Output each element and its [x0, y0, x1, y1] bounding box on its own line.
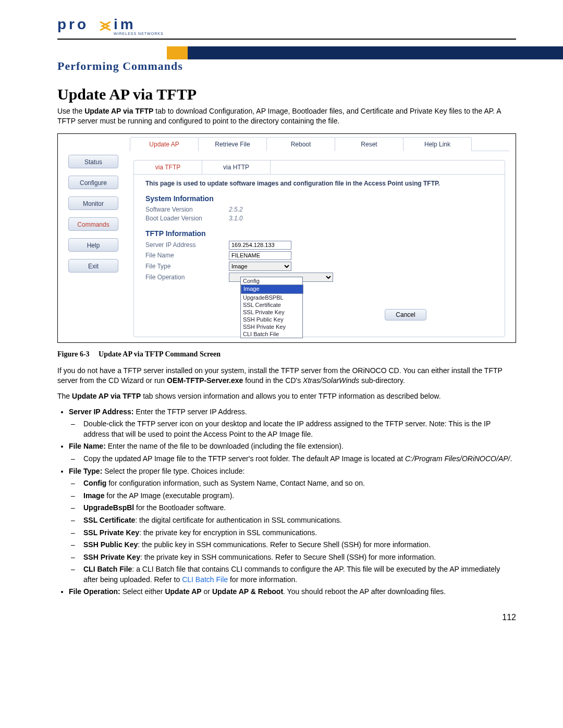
list-subitem: CLI Batch File: a CLI Batch file that co… [83, 564, 516, 585]
sidebar-item-status[interactable]: Status [68, 155, 118, 168]
list-item: Server IP Address: Enter the TFTP server… [69, 407, 516, 440]
file-name-label: File Name [145, 252, 229, 259]
file-type-select[interactable]: Image [229, 262, 291, 271]
list-subitem: Config for configuration information, su… [83, 478, 516, 489]
list-subitem: SSH Public Key: the public key in SSH co… [83, 540, 516, 550]
banner-stripe [188, 46, 563, 59]
system-info-heading: System Information [145, 194, 493, 203]
top-tab-row: Update APRetrieve FileRebootResetHelp Li… [130, 137, 509, 151]
dropdown-option[interactable]: UpgradeBSPBL [241, 294, 302, 301]
list-subitem: SSL Certificate: the digital certificate… [83, 515, 516, 526]
sidebar-item-help[interactable]: Help [68, 238, 118, 252]
brand-logo: pro im WIRELESS NETWORKS [57, 16, 516, 36]
tftp-info-heading: TFTP Information [145, 229, 493, 238]
dropdown-option[interactable]: CLI Batch File [241, 330, 302, 338]
svg-text:WIRELESS NETWORKS: WIRELESS NETWORKS [114, 32, 164, 35]
software-version-label: Software Version [145, 206, 229, 213]
tab-retrieve-file[interactable]: Retrieve File [198, 137, 267, 151]
dropdown-option[interactable]: SSH Public Key [241, 316, 302, 323]
svg-text:im: im [114, 16, 136, 32]
list-subitem: Image for the AP Image (executable progr… [83, 491, 516, 501]
server-ip-input[interactable] [229, 241, 291, 250]
software-version-value: 2.5.2 [229, 206, 243, 213]
sidebar-item-monitor[interactable]: Monitor [68, 196, 118, 210]
list-item: File Operation: Select either Update AP … [69, 587, 516, 597]
tab-help-link[interactable]: Help Link [403, 137, 472, 151]
cancel-button[interactable]: Cancel [385, 309, 426, 320]
figure-screenshot: StatusConfigureMonitorCommandsHelpExit U… [57, 133, 516, 343]
dropdown-option[interactable]: Config [241, 277, 302, 285]
sidebar: StatusConfigureMonitorCommandsHelpExit [68, 155, 118, 280]
list-subitem: SSH Private Key: the private key in SSH … [83, 552, 516, 563]
file-type-dropdown[interactable]: ConfigImageUpgradeBSPBLSSL CertificateSS… [240, 277, 303, 338]
sidebar-item-configure[interactable]: Configure [68, 176, 118, 189]
file-operation-label: File Operation [145, 274, 229, 281]
dropdown-option[interactable]: SSH Private Key [241, 323, 302, 330]
subtab-via-http[interactable]: via HTTP [202, 161, 271, 174]
list-item: File Name: Enter the name of the file to… [69, 441, 516, 464]
tab-update-ap[interactable]: Update AP [130, 137, 199, 151]
list-item: File Type: Select the proper file type. … [69, 466, 516, 585]
sidebar-item-exit[interactable]: Exit [68, 259, 118, 273]
figure-caption-text: Update AP via TFTP Command Screen [99, 350, 221, 358]
file-name-input[interactable] [229, 251, 291, 260]
server-ip-label: Server IP Address [145, 241, 229, 249]
body-text: If you do not have a TFTP server install… [57, 366, 516, 597]
svg-text:pro: pro [57, 16, 89, 32]
figure-caption: Figure 6-3 Update AP via TFTP Command Sc… [57, 350, 516, 359]
tab-reset[interactable]: Reset [335, 137, 403, 151]
list-subitem: Double-click the TFTP server icon on you… [83, 419, 516, 439]
intro-paragraph: Use the Update AP via TFTP tab to downlo… [57, 106, 516, 126]
list-subitem: UpgradeBspBl for the Bootloader software… [83, 503, 516, 513]
main-panel: via TFTPvia HTTP This page is used to up… [133, 160, 505, 337]
dropdown-option[interactable]: Image [241, 285, 303, 294]
figure-number: Figure 6-3 [57, 350, 90, 358]
list-subitem: Copy the updated AP Image file to the TF… [83, 454, 516, 464]
page-title: Update AP via TFTP [57, 85, 516, 103]
sidebar-item-commands[interactable]: Commands [68, 217, 118, 231]
body-p1: If you do not have a TFTP server install… [57, 366, 516, 386]
body-p2: The Update AP via TFTP tab shows version… [57, 391, 516, 402]
bootloader-version-value: 3.1.0 [229, 215, 243, 222]
dropdown-option[interactable]: SSL Certificate [241, 301, 302, 309]
sub-tab-row: via TFTPvia HTTP [134, 161, 505, 175]
subtab-via-tftp[interactable]: via TFTP [134, 161, 202, 174]
panel-note: This page is used to update software ima… [145, 180, 493, 187]
bootloader-version-label: Boot Loader Version [145, 215, 229, 222]
section-heading: Performing Commands [57, 59, 183, 73]
list-subitem: SSL Private Key: the private key for enc… [83, 528, 516, 538]
file-type-label: File Type [145, 263, 229, 270]
tab-reboot[interactable]: Reboot [266, 137, 335, 151]
page-number: 112 [57, 613, 516, 622]
dropdown-option[interactable]: SSL Private Key [241, 309, 302, 316]
